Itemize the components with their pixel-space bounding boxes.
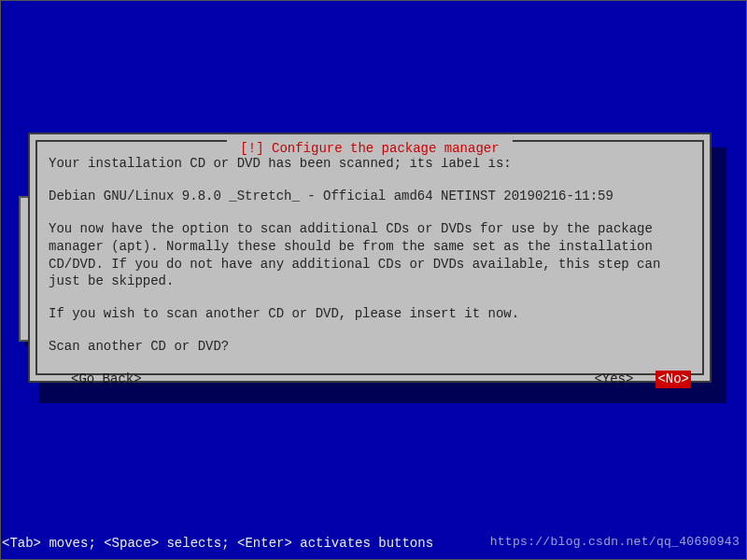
installer-screen: [!] Configure the package manager Your i… [0,0,747,560]
no-button[interactable]: <No> [655,371,691,388]
dialog-title: [!] Configure the package manager [227,140,513,158]
dialog-frame: [!] Configure the package manager Your i… [35,140,704,375]
question-text: Scan another CD or DVD? [49,338,691,356]
dialog-body: Your installation CD or DVD has been sca… [49,155,691,356]
insert-text: If you wish to scan another CD or DVD, p… [49,305,691,323]
go-back-button[interactable]: <Go Back> [71,371,142,388]
yes-button[interactable]: <Yes> [594,371,633,388]
dialog: [!] Configure the package manager Your i… [28,133,712,383]
option-text: You now have the option to scan addition… [49,220,691,291]
media-label: Debian GNU/Linux 9.8.0 _Stretch_ - Offic… [49,188,691,205]
button-row: <Go Back> <Yes> <No> [49,371,691,388]
spacer [142,371,595,388]
watermark: https://blog.csdn.net/qq_40690943 [490,534,740,551]
